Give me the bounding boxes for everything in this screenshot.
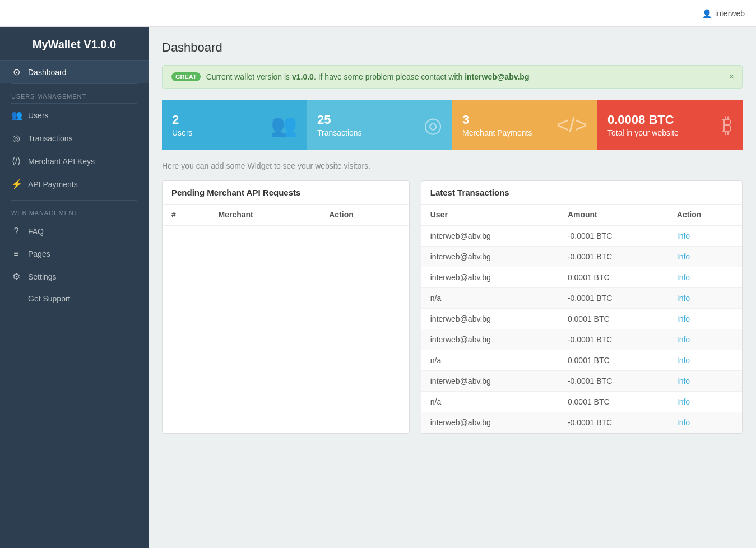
page-title: Dashboard	[162, 40, 743, 55]
sidebar-item-settings[interactable]: ⚙ Settings	[0, 265, 149, 288]
pending-requests-title: Pending Merchant API Requests	[163, 181, 409, 205]
stat-card-merchant-payments[interactable]: 3 Merchant Payments </>	[452, 100, 597, 150]
alert-close-button[interactable]: ×	[729, 72, 734, 82]
tx-user: n/a	[421, 288, 559, 309]
user-icon: 👤	[702, 9, 712, 18]
alert-badge: GREAT	[171, 72, 201, 81]
sidebar-item-transactions[interactable]: ◎ Transactions	[0, 127, 149, 150]
merchant-api-icon: ⟨/⟩	[11, 156, 21, 166]
col-amount: Amount	[559, 205, 668, 225]
pending-requests-panel: Pending Merchant API Requests # Merchant…	[162, 180, 410, 434]
tx-action[interactable]: Info	[668, 247, 742, 267]
stat-card-users[interactable]: 2 Users 👥	[162, 100, 307, 150]
section-label-web-management: WEB MANAGEMENT	[0, 201, 149, 220]
latest-transactions-body: User Amount Action interweb@abv.bg -0.00…	[421, 205, 742, 433]
main-content: Dashboard GREAT Current wallet version i…	[149, 27, 756, 548]
tx-action[interactable]: Info	[668, 309, 742, 329]
stat-number-merchant-payments: 3	[462, 113, 532, 127]
sidebar-item-label: API Payments	[28, 180, 78, 189]
sidebar-item-users[interactable]: 👥 Users	[0, 104, 149, 127]
tx-user: interweb@abv.bg	[421, 412, 559, 433]
tx-amount: 0.0001 BTC	[559, 350, 668, 371]
dashboard-icon: ⊙	[11, 67, 21, 77]
pending-requests-body: # Merchant Action	[163, 205, 409, 226]
alert-text: Current wallet version is v1.0.0. If hav…	[206, 72, 530, 81]
table-row: interweb@abv.bg 0.0001 BTC Info	[421, 309, 742, 329]
stat-label-total-btc: Total in your website	[607, 128, 679, 137]
tx-action[interactable]: Info	[668, 329, 742, 350]
table-row: n/a -0.0001 BTC Info	[421, 288, 742, 309]
sidebar-item-label: Users	[28, 111, 49, 120]
sidebar-item-pages[interactable]: ≡ Pages	[0, 243, 149, 265]
users-stat-icon: 👥	[271, 113, 297, 137]
table-row: interweb@abv.bg -0.0001 BTC Info	[421, 247, 742, 267]
widget-hint: Here you can add some Widget to see your…	[162, 161, 743, 170]
tx-user: interweb@abv.bg	[421, 247, 559, 267]
tx-action[interactable]: Info	[668, 225, 742, 247]
merchant-payments-stat-icon: </>	[556, 113, 587, 137]
stat-number-total-btc: 0.0008 BTC	[607, 113, 679, 127]
stat-number-transactions: 25	[317, 113, 362, 127]
tx-action[interactable]: Info	[668, 267, 742, 288]
tx-action[interactable]: Info	[668, 412, 742, 433]
tx-user: interweb@abv.bg	[421, 309, 559, 329]
sidebar-item-label: Merchant API Keys	[28, 157, 95, 166]
stat-label-users: Users	[172, 128, 193, 137]
btc-stat-icon: ₿	[722, 113, 732, 137]
tx-action[interactable]: Info	[668, 350, 742, 371]
tx-amount: 0.0001 BTC	[559, 392, 668, 412]
tx-amount: -0.0001 BTC	[559, 288, 668, 309]
col-hash: #	[163, 205, 209, 225]
tx-user: interweb@abv.bg	[421, 371, 559, 392]
tx-action[interactable]: Info	[668, 371, 742, 392]
alert-banner: GREAT Current wallet version is v1.0.0. …	[162, 65, 743, 89]
table-row: interweb@abv.bg -0.0001 BTC Info	[421, 371, 742, 392]
table-row: n/a 0.0001 BTC Info	[421, 392, 742, 412]
stat-label-transactions: Transactions	[317, 128, 362, 137]
sidebar-item-label: Transactions	[28, 134, 73, 143]
sidebar-item-label: Dashboard	[28, 68, 67, 77]
sidebar-brand: MyWallet V1.0.0	[0, 27, 149, 61]
tx-amount: 0.0001 BTC	[559, 267, 668, 288]
tx-user: n/a	[421, 392, 559, 412]
stat-card-total-btc[interactable]: 0.0008 BTC Total in your website ₿	[597, 100, 743, 150]
stat-number-users: 2	[172, 113, 193, 127]
sidebar-item-get-support[interactable]: Get Support	[0, 288, 149, 309]
table-row: interweb@abv.bg -0.0001 BTC Info	[421, 412, 742, 433]
sidebar-item-label: Settings	[28, 272, 57, 281]
col-merchant: Merchant	[209, 205, 320, 225]
tx-action[interactable]: Info	[668, 288, 742, 309]
tx-amount: -0.0001 BTC	[559, 371, 668, 392]
users-icon: 👥	[11, 110, 21, 120]
col-user: User	[421, 205, 559, 225]
tx-user: interweb@abv.bg	[421, 329, 559, 350]
two-col-layout: Pending Merchant API Requests # Merchant…	[162, 180, 743, 434]
tx-amount: -0.0001 BTC	[559, 225, 668, 247]
settings-icon: ⚙	[11, 271, 21, 282]
pending-requests-table: # Merchant Action	[163, 205, 409, 226]
sidebar-item-label: Get Support	[28, 294, 71, 303]
section-label-users-management: USERS MANAGEMENT	[0, 84, 149, 103]
latest-transactions-panel: Latest Transactions User Amount Action i…	[421, 180, 743, 434]
sidebar-item-merchant-api-keys[interactable]: ⟨/⟩ Merchant API Keys	[0, 150, 149, 173]
tx-action[interactable]: Info	[668, 392, 742, 412]
sidebar-item-dashboard[interactable]: ⊙ Dashboard	[0, 61, 149, 83]
transactions-stat-icon: ◎	[424, 113, 442, 137]
tx-user: interweb@abv.bg	[421, 225, 559, 247]
sidebar: MyWallet V1.0.0 ⊙ Dashboard USERS MANAGE…	[0, 27, 149, 548]
sidebar-item-faq[interactable]: ? FAQ	[0, 220, 149, 243]
topbar-user: 👤 interweb	[702, 9, 745, 18]
table-row: interweb@abv.bg -0.0001 BTC Info	[421, 329, 742, 350]
tx-amount: 0.0001 BTC	[559, 309, 668, 329]
pages-icon: ≡	[11, 249, 21, 259]
stat-card-transactions[interactable]: 25 Transactions ◎	[307, 100, 452, 150]
table-row: interweb@abv.bg 0.0001 BTC Info	[421, 267, 742, 288]
topbar-username: interweb	[715, 9, 745, 18]
tx-amount: -0.0001 BTC	[559, 412, 668, 433]
stat-label-merchant-payments: Merchant Payments	[462, 128, 532, 137]
sidebar-item-label: Pages	[28, 249, 50, 258]
sidebar-item-api-payments[interactable]: ⚡ API Payments	[0, 173, 149, 196]
latest-transactions-title: Latest Transactions	[421, 181, 742, 205]
transactions-icon: ◎	[11, 133, 21, 143]
topbar: 👤 interweb	[0, 0, 756, 27]
